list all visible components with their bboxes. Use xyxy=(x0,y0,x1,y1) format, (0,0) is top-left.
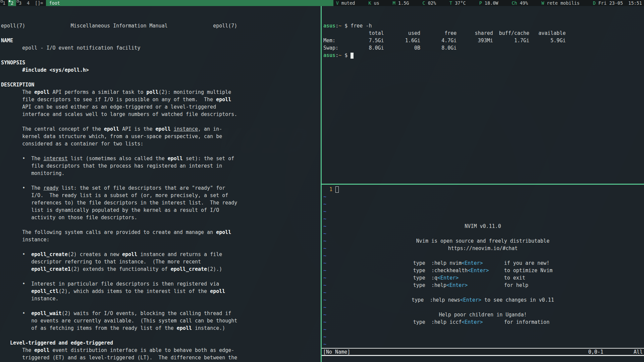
status-key: T xyxy=(449,0,452,6)
terminal-cursor xyxy=(351,53,354,59)
status-key: P xyxy=(479,0,482,6)
nvim-intro-line: https://neovim.io/#chat xyxy=(322,245,644,252)
nvim-row: ~ xyxy=(322,333,644,341)
nvim-row: ~ xyxy=(322,289,644,296)
status-key: C xyxy=(423,0,425,6)
prompt-separator: : xyxy=(335,23,338,29)
status-temperature: T37°C xyxy=(449,0,466,6)
man-line xyxy=(1,243,321,251)
status-cpu: C02% xyxy=(423,0,436,6)
status-power: P18.0W xyxy=(479,0,498,6)
man-line: interface and scales well to large numbe… xyxy=(1,111,321,118)
nvim-row: ~ xyxy=(322,252,644,259)
layout-symbol[interactable]: []= xyxy=(35,0,43,6)
status-area: VmutedKusM1.5GC02%T37°CP18.0WCh49%Wrete … xyxy=(336,0,644,6)
nvim-row: ~ xyxy=(322,341,644,348)
man-line: file descriptors to see if I/O is possib… xyxy=(1,96,321,103)
man-pager-pane[interactable]: epoll(7) Miscellaneous Information Manua… xyxy=(0,6,321,362)
man-line: NAME xyxy=(1,37,321,44)
nvim-buffer: 1 ~~~~~NVIM v0.11.0~~Nvim is open source… xyxy=(322,185,644,348)
status-bar: 1234 []= foot VmutedKusM1.5GC02%T37°CP18… xyxy=(0,0,644,6)
man-line xyxy=(1,302,321,310)
nvim-row: ~ xyxy=(322,215,644,223)
man-line: Level-triggered and edge-triggered xyxy=(1,339,321,347)
status-date-time: DFri 23-05 15:51 xyxy=(593,0,642,6)
nvim-ruler: 0,0-1 xyxy=(588,348,603,356)
man-line: The epoll API performs a similar task to… xyxy=(1,88,321,96)
prompt-path: ~ xyxy=(338,52,341,58)
workspace-tag-4[interactable]: 4 xyxy=(24,0,32,6)
status-value: us xyxy=(374,0,379,6)
man-line: • epoll_wait(2) waits for I/O events, bl… xyxy=(1,310,321,317)
shell-prompt-line: asus:~ $ free -h xyxy=(323,22,644,29)
nvim-row: ~NVIM v0.11.0 xyxy=(322,223,644,230)
man-line xyxy=(1,177,321,184)
empty-line-tilde: ~ xyxy=(323,326,326,333)
nvim-row: ~https://neovim.io/#chat xyxy=(322,245,644,252)
tag-indicator xyxy=(9,0,10,2)
tag-indicator xyxy=(17,0,19,2)
man-line: SYNOPSIS xyxy=(1,59,321,66)
shell-prompt-line: asus:~ $ xyxy=(323,52,644,59)
man-line: triggered (ET) and as level-triggered (L… xyxy=(1,354,321,361)
workspace-tag-1[interactable]: 1 xyxy=(0,0,8,6)
empty-line-tilde: ~ xyxy=(323,341,326,347)
man-line: epoll_ctl(2), which adds items to the in… xyxy=(1,288,321,295)
status-value: rete mobilis xyxy=(547,0,580,6)
status-value: 1.5G xyxy=(398,0,409,6)
man-line xyxy=(1,118,321,125)
man-line: The epoll event distribution interface i… xyxy=(1,347,321,354)
nvim-row: ~type :checkhealth<Enter> to optimize Nv… xyxy=(322,267,644,274)
tag-label: 2 xyxy=(11,0,13,6)
man-line: DESCRIPTION xyxy=(1,81,321,88)
man-line xyxy=(1,147,321,155)
empty-line-tilde: ~ xyxy=(323,231,326,237)
empty-line-tilde: ~ xyxy=(323,194,326,200)
terminal-pane[interactable]: asus:~ $ free -h total used free shared … xyxy=(322,6,644,184)
status-wifi-network: Wrete mobilis xyxy=(541,0,580,6)
man-line: no events are currently available. (This… xyxy=(1,317,321,324)
status-memory: M1.5G xyxy=(393,0,409,6)
workspace-tag-2[interactable]: 2 xyxy=(8,0,16,6)
empty-line-tilde: ~ xyxy=(323,208,326,215)
nvim-row: 1 xyxy=(322,186,644,193)
workspace-tag-3[interactable]: 3 xyxy=(16,0,24,6)
man-line: I/O. The ready list is a subset of (or, … xyxy=(1,192,321,199)
nvim-row: ~ xyxy=(322,200,644,208)
nvim-intro-line: NVIM v0.11.0 xyxy=(322,223,644,230)
nvim-row: ~ xyxy=(322,208,644,215)
nvim-row: ~type :help iccf<Enter> for information xyxy=(322,318,644,326)
status-value: 37°C xyxy=(455,0,466,6)
man-line: instance. xyxy=(1,295,321,302)
nvim-intro-line: type :q<Enter> to exit xyxy=(322,274,644,282)
status-key: K xyxy=(368,0,371,6)
nvim-row: ~Help poor children in Uganda! xyxy=(322,311,644,318)
status-volume: Vmuted xyxy=(336,0,355,6)
tag-label: 3 xyxy=(19,0,21,6)
nvim-row: ~type :help nvim<Enter> if you are new! xyxy=(322,259,644,267)
man-line: epoll(7) Miscellaneous Information Manua… xyxy=(1,22,321,29)
prompt-user: asus xyxy=(323,52,335,58)
empty-line-tilde: ~ xyxy=(323,334,326,340)
nvim-cmdline xyxy=(322,356,644,362)
line-number: 1 xyxy=(329,186,332,192)
man-line: monitoring. xyxy=(1,170,321,177)
typed-command: free -h xyxy=(351,23,372,29)
empty-line-tilde: ~ xyxy=(323,201,326,207)
status-key: Ch xyxy=(512,0,517,6)
tag-indicator xyxy=(1,0,3,2)
nvim-row: ~ xyxy=(322,326,644,333)
workspace-tags: 1234 xyxy=(0,0,32,6)
status-value: muted xyxy=(341,0,355,6)
man-line xyxy=(1,221,321,229)
prompt-symbol: $ xyxy=(341,23,351,29)
prompt-user: asus xyxy=(323,23,335,29)
status-battery-charge: Ch49% xyxy=(512,0,528,6)
man-line: The central concept of the epoll API is … xyxy=(1,125,321,133)
man-line: file descriptors that the process has re… xyxy=(1,162,321,170)
prompt-path: ~ xyxy=(338,23,341,29)
nvim-scroll-position: All xyxy=(634,348,643,356)
nvim-intro-line: Help poor children in Uganda! xyxy=(322,311,644,318)
nvim-pane[interactable]: 1 ~~~~~NVIM v0.11.0~~Nvim is open source… xyxy=(322,185,644,362)
nvim-statusline: [No Name] 0,0-1 All xyxy=(322,348,644,356)
